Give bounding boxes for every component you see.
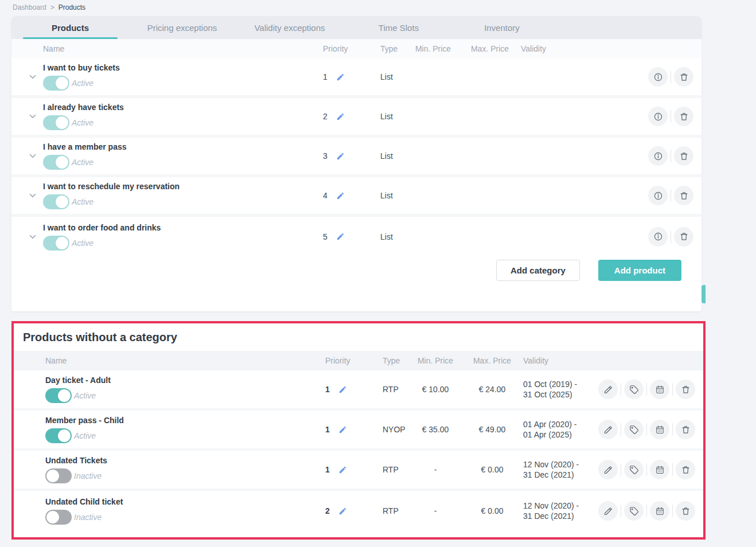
toggle-knob: [56, 196, 68, 208]
status-label: Inactive: [74, 513, 102, 522]
delete-button[interactable]: [676, 501, 695, 521]
divider: [621, 383, 621, 396]
edge-fab-sliver[interactable]: [702, 285, 706, 303]
delete-button[interactable]: [674, 67, 693, 87]
edit-priority-icon[interactable]: [338, 507, 347, 515]
min-price-value: -: [407, 491, 464, 531]
status-label: Active: [72, 239, 93, 248]
product-row: Day ticket - AdultActive1RTP€ 10.00€ 24.…: [14, 370, 703, 411]
chevron-down-icon[interactable]: [28, 232, 38, 242]
delete-button[interactable]: [676, 380, 695, 399]
edit-priority-icon[interactable]: [338, 385, 347, 394]
info-button[interactable]: [648, 227, 668, 247]
divider: [621, 423, 621, 436]
status-toggle[interactable]: [45, 388, 72, 403]
edit-priority-icon[interactable]: [338, 425, 347, 434]
column-header: Type: [383, 351, 400, 370]
trash-icon: [679, 72, 689, 82]
type-value: List: [380, 138, 393, 174]
validity-value: 01 Apr (2020) -01 Apr (2025): [523, 419, 576, 440]
status-toggle[interactable]: [43, 155, 69, 170]
info-button[interactable]: [648, 107, 668, 126]
add-product-button[interactable]: Add product: [598, 260, 681, 281]
status-toggle[interactable]: [45, 428, 72, 443]
status-toggle[interactable]: [43, 236, 69, 251]
product-table-body: Day ticket - AdultActive1RTP€ 10.00€ 24.…: [14, 370, 703, 531]
divider: [672, 505, 673, 517]
status-toggle[interactable]: [43, 76, 69, 91]
column-header: Priority: [323, 39, 348, 58]
tab-inventory[interactable]: Inventory: [453, 16, 551, 39]
delete-button[interactable]: [674, 227, 693, 247]
chevron-down-icon[interactable]: [28, 72, 38, 82]
type-value: RTP: [383, 451, 399, 489]
tab-pricing-exceptions[interactable]: Pricing exceptions: [129, 16, 235, 39]
status-toggle[interactable]: [43, 115, 69, 130]
info-button[interactable]: [648, 146, 668, 166]
status-toggle[interactable]: [45, 510, 72, 525]
tag-button[interactable]: [624, 380, 644, 399]
edit-button[interactable]: [598, 420, 618, 439]
divider: [646, 505, 647, 517]
category-name: I want to order food and drinks: [43, 223, 161, 232]
info-button[interactable]: [648, 67, 668, 87]
chevron-down-icon[interactable]: [28, 111, 38, 122]
column-header: Min. Price: [404, 39, 462, 58]
tab-bar: ProductsPricing exceptionsValidity excep…: [11, 16, 702, 39]
divider: [671, 150, 671, 162]
chevron-down-icon[interactable]: [28, 151, 38, 161]
category-name: I have a member pass: [43, 142, 127, 151]
edit-priority-icon[interactable]: [336, 112, 345, 121]
table-actions: Add category Add product: [11, 256, 702, 284]
category-row: I have a member passActive3List: [11, 138, 702, 177]
tag-button[interactable]: [624, 501, 644, 521]
delete-button[interactable]: [676, 460, 695, 479]
max-price-value: € 24.00: [463, 370, 521, 408]
add-category-button[interactable]: Add category: [496, 260, 580, 281]
product-name: Undated Child ticket: [45, 497, 123, 506]
tag-icon: [629, 385, 639, 394]
breadcrumb-dashboard[interactable]: Dashboard: [13, 3, 46, 11]
edit-button[interactable]: [598, 380, 618, 399]
edit-priority-icon[interactable]: [338, 466, 347, 474]
tab-validity-exceptions[interactable]: Validity exceptions: [235, 16, 344, 39]
delete-button[interactable]: [674, 186, 693, 205]
validity-value: 12 Nov (2020) -31 Dec (2021): [523, 459, 579, 480]
divider: [671, 230, 671, 243]
edit-button[interactable]: [598, 501, 618, 521]
status-toggle[interactable]: [45, 468, 72, 483]
tag-button[interactable]: [624, 460, 644, 479]
calendar-button[interactable]: [650, 380, 669, 399]
delete-button[interactable]: [674, 107, 693, 126]
pencil-icon: [603, 506, 613, 516]
min-price-value: -: [407, 451, 464, 489]
calendar-button[interactable]: [650, 460, 669, 479]
priority-value: 1: [325, 385, 330, 394]
info-button[interactable]: [648, 186, 668, 205]
chevron-down-icon[interactable]: [28, 190, 38, 201]
calendar-button[interactable]: [650, 501, 669, 521]
divider: [672, 423, 673, 436]
column-header: Name: [45, 351, 67, 370]
edit-button[interactable]: [598, 460, 618, 479]
min-price-value: € 10.00: [407, 370, 464, 408]
tab-time-slots[interactable]: Time Slots: [344, 16, 453, 39]
edit-priority-icon[interactable]: [336, 192, 345, 200]
delete-button[interactable]: [676, 420, 695, 439]
tag-button[interactable]: [624, 420, 644, 439]
priority-value: 1: [325, 425, 330, 434]
trash-icon: [681, 385, 691, 394]
info-icon: [653, 112, 663, 122]
status-toggle[interactable]: [43, 194, 69, 209]
status-label: Active: [74, 431, 96, 440]
tab-products[interactable]: Products: [11, 16, 129, 39]
edit-priority-icon[interactable]: [336, 73, 345, 81]
column-header: Min. Price: [407, 351, 464, 370]
edit-priority-icon[interactable]: [336, 152, 345, 161]
row-actions: [598, 420, 695, 439]
delete-button[interactable]: [674, 146, 693, 166]
calendar-button[interactable]: [650, 420, 669, 439]
edit-priority-icon[interactable]: [336, 232, 345, 241]
column-header: Priority: [325, 351, 350, 370]
tag-icon: [629, 506, 639, 516]
